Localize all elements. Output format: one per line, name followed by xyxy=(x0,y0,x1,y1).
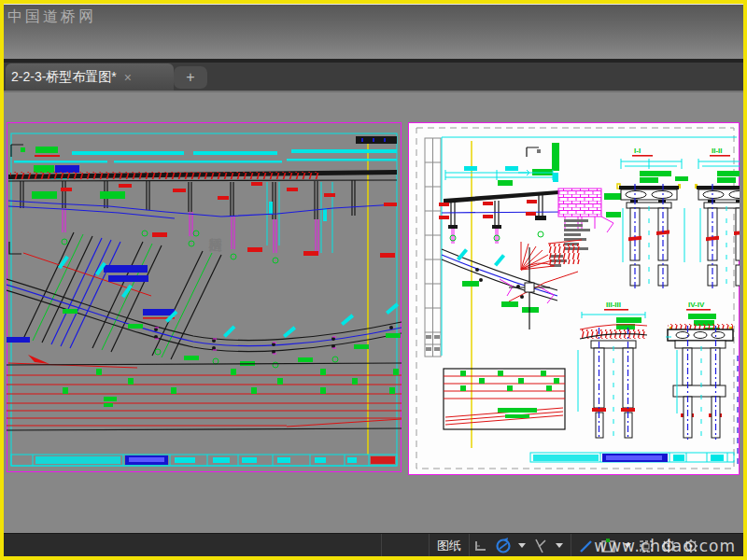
lineweight-pencil-icon[interactable] xyxy=(575,535,598,557)
watermark-ghost: 道桥网 xyxy=(209,238,224,253)
paper-space-button[interactable]: 图纸 xyxy=(430,534,470,557)
titleblock-project-cell xyxy=(533,455,599,461)
osnap-dropdown-caret[interactable] xyxy=(556,543,563,548)
section-label: II-II xyxy=(712,147,723,155)
application-window: 中国道桥网 2-2-3-桥型布置图* × + 道桥网 xyxy=(0,0,747,560)
isodraft-rotate-icon[interactable] xyxy=(492,535,514,557)
workspace-gear-icon[interactable] xyxy=(657,535,680,557)
drawing-workspace[interactable]: 道桥网 xyxy=(4,92,743,534)
annotation-scale-icon[interactable] xyxy=(635,535,657,557)
annotation-visibility-icon[interactable] xyxy=(598,535,620,557)
statusbar-separator xyxy=(571,534,571,557)
titleblock-number-cell xyxy=(371,456,395,464)
statusbar-empty-area xyxy=(4,534,382,557)
section-label: III-III xyxy=(606,301,621,309)
titlebar-highlight xyxy=(4,4,743,5)
section-label: I-I xyxy=(634,147,641,155)
osnap-icon[interactable] xyxy=(529,535,552,557)
status-bar: 图纸 xyxy=(4,533,743,557)
drawing-tab-bar: 2-2-3-桥型布置图* × + xyxy=(4,59,743,91)
new-tab-button[interactable]: + xyxy=(174,66,207,89)
annotation-dropdown-caret[interactable] xyxy=(624,543,631,548)
isodraft-dropdown-caret[interactable] xyxy=(518,543,526,548)
abutment xyxy=(558,189,601,217)
tab-title: 2-2-3-桥型布置图* xyxy=(11,69,117,86)
view-title-elevation xyxy=(35,147,58,153)
section-label: IV-IV xyxy=(688,301,705,309)
statusbar-coordinates-area xyxy=(382,534,430,557)
tab-bridge-layout[interactable]: 2-2-3-桥型布置图* × xyxy=(6,63,174,91)
titleblock-project-cell xyxy=(35,456,120,464)
ortho-mode-icon[interactable] xyxy=(470,535,492,557)
left-drawing-sheet[interactable]: 道桥网 xyxy=(7,122,402,472)
legend-bar xyxy=(104,265,148,273)
right-drawing-sheet[interactable]: I-I II-II xyxy=(408,122,740,475)
titlebar: 中国道桥网 xyxy=(4,5,743,59)
settings-gear-icon[interactable] xyxy=(680,535,702,557)
watermark-top: 中国道桥网 xyxy=(7,7,96,27)
tab-close-icon[interactable]: × xyxy=(124,70,132,85)
